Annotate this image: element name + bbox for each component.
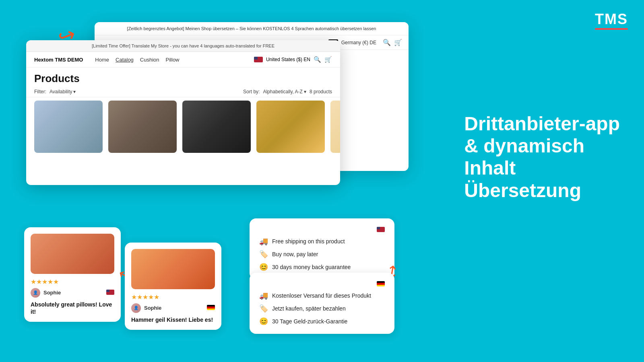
nav-catalog[interactable]: Catalog [116,57,134,63]
feature-flag-row-de [259,281,385,288]
product-card-5[interactable] [330,101,340,153]
right-heading: Drittanbieter-app & dynamisch Inhalt Übe… [464,113,620,202]
reviewer-name-en: Sophie [43,290,61,296]
us-flag-icon [254,57,263,62]
feature-emoji-de: 🏷️ [259,304,268,313]
browser-window-english: [Limited Time Offer] Translate My Store … [26,40,340,185]
nav-links: Home Catalog Cushion Pillow [95,57,179,63]
nav-pillow[interactable]: Pillow [166,57,180,63]
feature-text-de: Kostenloser Versand für dieses Produkt [272,292,371,299]
brand-name: Hextom TMS DEMO [34,57,83,63]
product-card-1[interactable] [34,101,103,153]
reviewer-flag-de [207,304,215,312]
search-icon[interactable]: 🔍 [383,39,391,46]
review-card-german: ★★★★★ 👤 Sophie Hammer geil Kissen! Liebe… [125,243,221,330]
feature-item-de: 🏷️Jetzt kaufen, später bezahlen [259,304,385,313]
nav-cushion[interactable]: Cushion [140,57,159,63]
cart-icon[interactable]: 🛒 [394,39,402,46]
feature-text-en: 30 days money back guarantee [272,264,351,270]
stars-en: ★★★★★ [31,278,114,286]
feature-text-de: Jetzt kaufen, später bezahlen [272,305,346,312]
feature-text-en: Free shipping on this product [272,238,345,245]
product-card-3[interactable] [182,101,251,153]
de-flag-small-icon [207,305,215,310]
product-card-4[interactable] [256,101,325,153]
feature-text-en: Buy now, pay later [272,251,318,257]
tms-logo: TMS [595,12,628,30]
feature-item-de: 🚚Kostenloser Versand für dieses Produkt [259,291,385,300]
feature-emoji-de: 😊 [259,317,268,326]
german-country-label: Germany (€) DE [341,40,376,45]
feature-items-de: 🚚Kostenloser Versand für dieses Produkt🏷… [259,291,385,326]
review-text-en: Absolutely great pillows! Love it! [31,301,114,315]
nav-home[interactable]: Home [95,57,109,63]
review-image-de [131,249,215,289]
search-icon[interactable]: 🔍 [314,56,321,63]
review-card-english: ★★★★★ 👤 Sophie Absolutely great pillows!… [24,227,121,322]
feature-items-en: 🚚Free shipping on this product🏷️Buy now,… [259,237,385,272]
feature-emoji-en: 🚚 [259,237,268,246]
reviewer-en: 👤 Sophie [31,288,114,298]
right-nav: United States ($) EN 🔍 🛒 [254,56,332,63]
products-grid [26,97,340,158]
feature-item-de: 😊30 Tage Geld-zurück-Garantie [259,317,385,326]
feature-emoji-en: 😊 [259,263,268,272]
us-flag-feature-icon [377,227,385,232]
us-flag-small-icon [106,290,114,295]
feature-item-en: 😊30 days money back guarantee [259,263,385,272]
english-top-banner: [Limited Time Offer] Translate My Store … [26,40,340,52]
reviewer-flag-en [106,289,114,296]
cart-icon[interactable]: 🛒 [324,56,332,63]
products-count: 8 products [310,89,332,95]
sort-controls: Sort by: Alphabetically, A-Z ▾ 8 product… [243,89,332,95]
feature-text-de: 30 Tage Geld-zurück-Garantie [272,318,347,325]
product-card-2[interactable] [108,101,177,153]
feature-flag-row-en [259,226,385,234]
feature-emoji-de: 🚚 [259,291,268,300]
reviewer-name-de: Sophie [144,305,161,311]
sort-value[interactable]: Alphabetically, A-Z ▾ [263,89,306,95]
feature-item-en: 🚚Free shipping on this product [259,237,385,246]
feature-item-en: 🏷️Buy now, pay later [259,250,385,259]
reviewer-avatar-en: 👤 [31,288,40,298]
availability-filter[interactable]: Availability ▾ [50,89,76,95]
german-top-banner: [Zeitlich begrenztes Angebot] Meinen Sho… [95,22,409,35]
review-image-en [31,234,114,274]
page-title: Products [26,68,340,87]
stars-de: ★★★★★ [131,293,215,301]
feature-card-german: 🚚Kostenloser Versand für dieses Produkt🏷… [250,273,394,334]
feature-emoji-en: 🏷️ [259,250,268,259]
sort-by-label: Sort by: [243,89,260,95]
english-nav: Hextom TMS DEMO Home Catalog Cushion Pil… [26,52,340,68]
filter-bar: Filter: Availability ▾ Sort by: Alphabet… [26,87,340,97]
feature-card-english: 🚚Free shipping on this product🏷️Buy now,… [250,218,394,280]
review-text-de: Hammer geil Kissen! Liebe es! [131,316,215,323]
us-country-label: United States ($) EN [266,57,310,62]
reviewer-de: 👤 Sophie [131,303,215,313]
filter-label: Filter: [34,89,46,95]
reviewer-avatar-de: 👤 [131,303,141,313]
de-flag-feature-icon [377,281,385,286]
